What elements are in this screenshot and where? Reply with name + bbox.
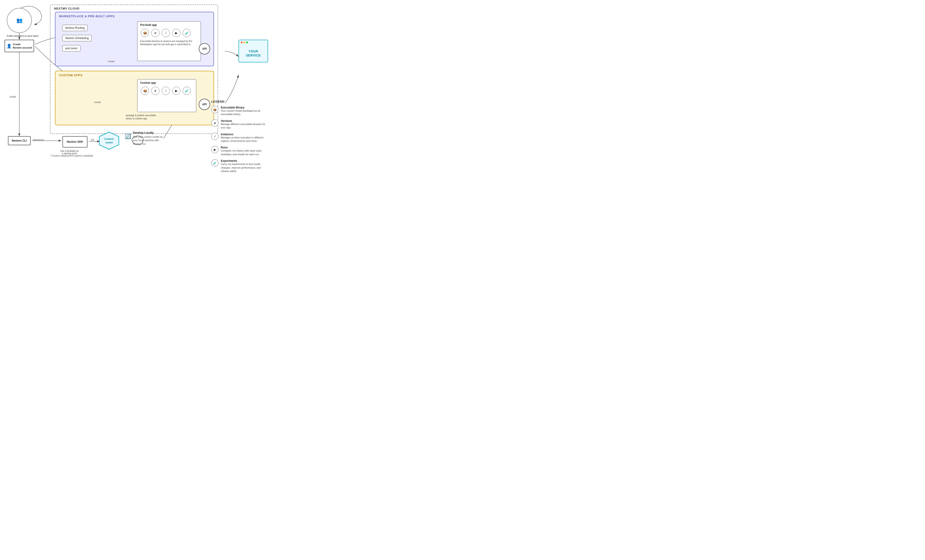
cycle-arrows-icon: 🔄 [125,134,131,139]
legend-versions-text: Versions Manage different executable bin… [221,119,268,129]
custom-apps-label: CUSTOM APPS [59,74,83,77]
version-icon-1: v [151,29,160,37]
instance-icon-2: i [162,87,170,95]
legend-item-versions: v Versions Manage different executable b… [211,119,268,129]
legend-experiments-icon: 🧪 [211,159,218,167]
legend-box: LEGEND 📦 Executable Binary Your custom m… [211,100,268,176]
team-area: 👥 Invite members to your team [7,8,38,38]
create-account-box: 👤 CreateNextmv account [5,40,34,52]
legend-instances-text: Instances Manage run-time execution in d… [221,133,268,143]
legend-versions-icon: v [211,119,218,127]
sdk-template-label: Use a template asa starting point [60,150,78,155]
browser-dots [241,42,248,44]
legend-binary-text: Executable Binary Your custom model pack… [221,106,268,116]
marketplace-box: MARKETPLACE & PRE-BUILT APPS Nextmv Rout… [55,12,214,66]
dot-green [246,42,248,44]
version-icon-2: v [151,87,160,95]
prebuilt-app-box: Pre-built app 📦 v i ▶ 🧪 Executable binar… [137,21,201,61]
team-circle: 👥 [7,8,32,33]
account-icon: 👤 [7,44,12,48]
api-circle-bottom: API [199,99,210,110]
cloud-box-label: NEXTMV CLOUD [54,7,80,10]
develop-locally-desc: Run your custom model onyour local machi… [133,135,163,146]
marketplace-create-label: create [108,60,115,63]
svg-marker-8 [99,132,119,149]
develop-locally: 🔄 Develop Locally Run your custom model … [125,131,163,146]
download-label: download [33,138,44,141]
experiment-icon-2: 🧪 [183,87,191,95]
sdk-box: Nextmv SDK [62,136,87,147]
create-account-label: CreateNextmv account [13,43,32,49]
custom-create-label: create [94,101,101,104]
marketplace-label: MARKETPLACE & PRE-BUILT APPS [59,15,115,18]
your-service-box: YOURSERVICE [238,40,268,62]
legend-runs-icon: ▶ [211,146,218,153]
legend-runs-text: Runs Complete run history with input use… [221,146,268,156]
install-label: install [9,95,16,98]
custom-apps-box: CUSTOM APPS Custom app 📦 v i ▶ 🧪 create … [55,71,214,125]
cli-box: Nextmv CLI [8,136,31,145]
scheduling-box: Nextmv Scheduling [62,35,92,41]
custom-deploy-label: * Custom deployment options available [50,154,93,157]
api-circle-top: API [199,43,210,54]
legend-instances-icon: i [211,133,218,140]
custom-app-box: Custom app 📦 v i ▶ 🧪 [137,79,196,112]
binary-icon-1: 📦 [141,29,149,37]
svg-text:Custom: Custom [104,138,114,140]
diagram: NEXTMV CLOUD MARKETPLACE & PRE-BUILT APP… [5,5,268,177]
legend-experiments-text: Experiments Carry out experiments to tes… [221,159,268,173]
run-icon-2: ▶ [172,87,180,95]
svg-text:model: model [105,141,113,144]
binary-icon-2: 📦 [141,87,149,95]
legend-item-instances: i Instances Manage run-time execution in… [211,133,268,143]
publish-label: package & publish executablebinary to cu… [126,114,156,120]
develop-locally-title: Develop Locally [133,131,163,134]
custom-model-hex: Custom model [99,132,119,150]
legend-item-experiments: 🧪 Experiments Carry out experiments to t… [211,159,268,173]
legend-item-binary: 📦 Executable Binary Your custom model pa… [211,106,268,116]
run-icon-1: ▶ [172,29,180,37]
experiment-icon-1: 🧪 [183,29,191,37]
legend-binary-icon: 📦 [211,106,218,113]
instance-icon-1: i [162,29,170,37]
dot-yellow [244,42,246,44]
your-service-label: YOURSERVICE [246,49,261,57]
cloud-box: NEXTMV CLOUD MARKETPLACE & PRE-BUILT APP… [50,5,218,134]
more-box: and more! [62,45,80,51]
custom-app-title: Custom app [140,81,193,84]
routing-box: Nextmv Routing [62,25,87,31]
legend-title: LEGEND [211,100,268,103]
dot-red [241,42,243,44]
init-label: init [91,138,94,141]
prebuilt-app-title: Pre-built app [140,23,198,27]
legend-item-runs: ▶ Runs Complete run history with input u… [211,146,268,156]
prebuilt-app-desc: Executable binaries & versions are manag… [140,40,198,46]
team-label: Invite members to your team [7,34,38,38]
